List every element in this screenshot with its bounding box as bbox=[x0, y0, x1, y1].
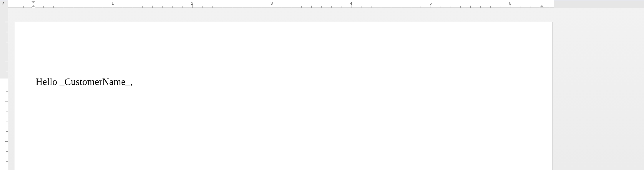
vruler-tick bbox=[6, 122, 8, 122]
vruler-top-margin-shade bbox=[0, 8, 8, 79]
vruler-tick bbox=[6, 72, 8, 72]
vruler-tick bbox=[5, 62, 8, 62]
vruler-tick bbox=[6, 131, 8, 132]
ruler-tick-area: 1234567 bbox=[0, 0, 644, 8]
ruler-number: 1 bbox=[112, 1, 114, 6]
ruler-number: 5 bbox=[429, 1, 432, 6]
document-page[interactable]: Hello _CustomerName_, bbox=[14, 22, 553, 170]
horizontal-ruler[interactable]: ↱ 1234567 bbox=[0, 0, 644, 8]
ruler-number: 2 bbox=[191, 1, 193, 6]
vruler-tick bbox=[6, 161, 8, 162]
document-body[interactable]: Hello _CustomerName_, bbox=[36, 76, 531, 88]
editing-surface: Hello _CustomerName_, bbox=[8, 8, 644, 170]
vruler-tick bbox=[5, 22, 8, 22]
vruler-tick bbox=[5, 141, 8, 142]
right-indent-marker[interactable] bbox=[540, 5, 544, 7]
vruler-tick bbox=[6, 112, 8, 112]
page-area: Hello _CustomerName_, bbox=[14, 22, 644, 170]
word-processor-viewport: ↱ 1234567 Hello _CustomerName_, bbox=[0, 0, 644, 170]
vruler-tick bbox=[6, 42, 8, 42]
greeting-line[interactable]: Hello _CustomerName_, bbox=[36, 76, 531, 88]
vruler-tick bbox=[6, 91, 8, 92]
vruler-tick bbox=[6, 151, 8, 152]
vruler-tick bbox=[6, 32, 8, 32]
vruler-tick bbox=[6, 52, 8, 52]
ruler-number: 3 bbox=[270, 1, 273, 6]
ruler-number: 6 bbox=[509, 1, 511, 6]
ruler-number: 4 bbox=[350, 1, 352, 6]
ruler-right-margin-shade bbox=[554, 0, 644, 8]
first-line-indent-marker[interactable] bbox=[31, 1, 35, 3]
vertical-ruler[interactable] bbox=[0, 8, 8, 170]
vruler-tick bbox=[6, 82, 8, 82]
vruler-tick bbox=[5, 102, 8, 102]
